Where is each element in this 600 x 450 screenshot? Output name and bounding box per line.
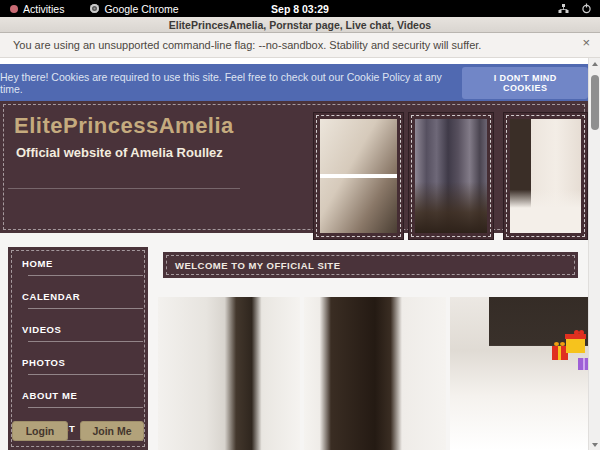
screen: Activities Google Chrome Sep 8 03:29 Eli…	[0, 0, 600, 450]
nav-separator	[28, 341, 143, 342]
header-divider	[8, 188, 240, 189]
web-page: Hey there! Cookies are required to use t…	[0, 58, 588, 450]
sidebar-item-videos[interactable]: VIDEOS	[8, 313, 148, 346]
nav-separator	[28, 374, 143, 375]
cookie-banner: Hey there! Cookies are required to use t…	[0, 64, 588, 101]
nav-separator	[28, 407, 143, 408]
sidebar-item-calendar[interactable]: CALENDAR	[8, 280, 148, 313]
sidebar-item-label: HOME	[22, 258, 53, 269]
gift-widget-icon[interactable]	[552, 334, 588, 380]
scrollbar-thumb[interactable]	[591, 75, 599, 130]
window-title-bar: ElitePrincesAmelia, Pornstar page, Live …	[0, 17, 600, 33]
header-photo-2-image	[415, 119, 487, 233]
site-title: ElitePrincessAmelia	[14, 113, 234, 139]
infobar-message: You are using an unsupported command-lin…	[13, 39, 481, 51]
window-title: ElitePrincesAmelia, Pornstar page, Live …	[169, 19, 431, 31]
nav-separator	[28, 275, 143, 276]
power-icon[interactable]	[581, 3, 592, 14]
system-tray	[558, 0, 592, 17]
gallery-photo-1[interactable]	[158, 297, 300, 450]
browser-viewport: Hey there! Cookies are required to use t…	[0, 58, 600, 450]
login-button[interactable]: Login	[12, 421, 68, 441]
sidebar-item-label: CALENDAR	[22, 291, 80, 302]
header-photo-2[interactable]	[408, 112, 494, 240]
sidebar-buttons: Login Join Me	[8, 421, 148, 441]
sidebar-item-label: VIDEOS	[22, 324, 62, 335]
scroll-up-icon[interactable]	[589, 58, 600, 69]
cookie-message: Hey there! Cookies are required to use t…	[0, 71, 448, 95]
sidebar-item-label: ABOUT ME	[22, 390, 77, 401]
sidebar-item-about-me[interactable]: ABOUT ME	[8, 379, 148, 412]
infobar-close-icon[interactable]: ×	[582, 36, 590, 49]
site-header: ElitePrincessAmelia Official website of …	[0, 101, 588, 233]
scroll-down-icon[interactable]	[589, 439, 600, 450]
join-button[interactable]: Join Me	[80, 421, 144, 441]
network-icon[interactable]	[558, 3, 569, 14]
nav-separator	[28, 308, 143, 309]
yellow-gift-icon	[566, 338, 585, 353]
sidebar-item-label: PHOTOS	[22, 357, 66, 368]
welcome-heading: WELCOME TO MY OFFICIAL SITE	[175, 260, 341, 271]
accept-cookies-button[interactable]: I DON'T MIND COOKIES	[462, 67, 588, 99]
header-photo-3[interactable]	[503, 112, 588, 240]
purple-gift-icon	[578, 358, 588, 370]
sidebar-item-photos[interactable]: PHOTOS	[8, 346, 148, 379]
chrome-infobar: You are using an unsupported command-lin…	[0, 33, 600, 58]
sidebar-item-home[interactable]: HOME	[8, 247, 148, 280]
gnome-top-bar: Activities Google Chrome Sep 8 03:29	[0, 0, 600, 17]
up-arrow-icon	[592, 62, 598, 66]
gallery-photo-2[interactable]	[304, 297, 446, 450]
down-arrow-icon	[592, 443, 598, 447]
site-subtitle: Official website of Amelia Roullez	[16, 145, 223, 160]
welcome-banner: WELCOME TO MY OFFICIAL SITE	[163, 252, 578, 278]
sidebar-nav: HOME CALENDAR VIDEOS PHOTOS ABOUT ME WIS…	[8, 247, 148, 450]
header-photo-1[interactable]	[313, 112, 404, 240]
header-photo-3-image	[510, 119, 581, 233]
vertical-scrollbar[interactable]	[588, 58, 600, 450]
header-photo-1-image	[320, 119, 397, 233]
clock[interactable]: Sep 8 03:29	[0, 3, 600, 15]
